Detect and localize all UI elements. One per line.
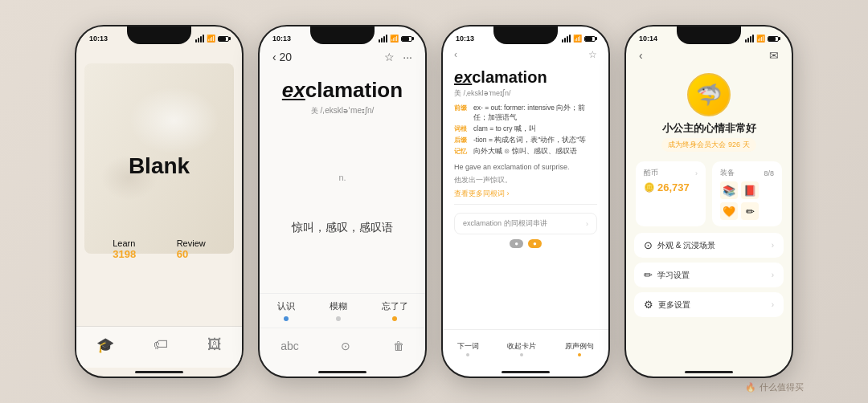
learn-label: Learn bbox=[113, 238, 136, 248]
back-button-4[interactable]: ‹ bbox=[639, 49, 643, 62]
phone1-navbar: 🎓 🏷 🖼 bbox=[76, 326, 242, 368]
phone1-stats: Learn 3198 Review 60 bbox=[76, 238, 242, 260]
learn-stat[interactable]: Learn 3198 bbox=[113, 238, 136, 260]
phone2-bottom-bar: abc ⊙ 🗑 bbox=[260, 328, 425, 368]
phonetic-2: 美 /ˌekskləˈmeɪʃn/ bbox=[311, 106, 375, 116]
more-link[interactable]: 查看更多同根词 › bbox=[454, 189, 597, 199]
dot-blue bbox=[284, 316, 289, 321]
review-label: Review bbox=[177, 238, 206, 248]
example-cn: 他发出一声惊叹。 bbox=[454, 175, 597, 186]
phone3-header: ‹ ☆ bbox=[443, 47, 608, 63]
word-rest-2: clamation bbox=[305, 78, 403, 102]
menu-study[interactable]: ✏ 学习设置 › bbox=[634, 263, 784, 287]
phone-1: 10:13 📶 Blank bbox=[75, 25, 244, 378]
equip-box[interactable]: 装备 8/8 📚 📕 🧡 ✏ bbox=[712, 161, 782, 226]
phonetic3-text: /ˌekskləˈmeɪʃn/ bbox=[464, 89, 511, 97]
word-prefix-2: ex bbox=[282, 78, 305, 102]
action-next[interactable]: 下一词 bbox=[457, 341, 479, 356]
word-cn-2: 惊叫，感叹，感叹语 bbox=[292, 218, 393, 238]
page-num: 20 bbox=[280, 51, 293, 63]
abc-icon[interactable]: abc bbox=[280, 340, 299, 352]
coin-icon: 🪙 bbox=[644, 182, 655, 193]
wifi-icon-3: 📶 bbox=[573, 35, 582, 43]
home-indicator-2 bbox=[318, 371, 366, 373]
action-forgot[interactable]: 忘了了 bbox=[382, 300, 408, 321]
similar-words-row[interactable]: exclamation 的同根词串讲 › bbox=[454, 213, 597, 234]
emoji-icon[interactable]: ⊙ bbox=[341, 340, 350, 352]
similar-arrow: › bbox=[586, 220, 588, 228]
phonetic3: 美 /ˌekskləˈmeɪʃn/ bbox=[454, 88, 597, 99]
mail-icon-4[interactable]: ✉ bbox=[769, 49, 779, 62]
menu-more-settings[interactable]: ⚙ 更多设置 › bbox=[634, 292, 784, 317]
action-audio-label: 原声例句 bbox=[565, 342, 594, 350]
menu-appearance[interactable]: ⊙ 外观 & 沉浸场景 › bbox=[634, 233, 784, 258]
word3-rest: clamation bbox=[472, 68, 547, 86]
phone2-content: exclamation 美 /ˌekskləˈmeɪʃn/ n. 惊叫，感叹，感… bbox=[260, 70, 425, 293]
region-flag-2: 美 bbox=[311, 107, 318, 115]
action-fuzzy[interactable]: 模糊 bbox=[330, 300, 347, 321]
nav-bookmark-icon[interactable]: 🏷 bbox=[154, 336, 168, 353]
etym-prefix: 前缀 ex- = out: former: intensive 向外；前任；加强… bbox=[454, 104, 597, 123]
home-indicator-1 bbox=[135, 371, 183, 373]
action-forgot-label: 忘了了 bbox=[382, 300, 408, 312]
coin-label: 酷币 bbox=[644, 168, 658, 178]
etym-root: 词根 clam = to cry 喊，叫 bbox=[454, 124, 597, 134]
action-audio[interactable]: 原声例句 bbox=[565, 341, 594, 356]
phone1-content: Blank Learn 3198 Review 60 bbox=[76, 47, 242, 326]
back-button-3[interactable]: ‹ bbox=[454, 49, 457, 60]
appearance-arrow: › bbox=[772, 241, 774, 250]
action-collapse-label: 收起卡片 bbox=[507, 342, 536, 350]
dot-btn-1: ● bbox=[510, 239, 523, 248]
home-indicator-4 bbox=[685, 371, 733, 373]
phone4-content: 🦈 小公主的心情非常好 成为终身会员大会 926 天 酷币 › 🪙 26,737 bbox=[626, 67, 792, 368]
equip-count: 8/8 bbox=[764, 169, 774, 177]
coin-box[interactable]: 酷币 › 🪙 26,737 bbox=[636, 161, 706, 226]
notch-4 bbox=[677, 26, 741, 44]
watermark: 🔥 什么值得买 bbox=[745, 381, 804, 393]
phone4-header: ‹ ✉ bbox=[626, 47, 792, 67]
battery-2 bbox=[401, 36, 412, 42]
action-next-label: 下一词 bbox=[457, 342, 479, 350]
stats-row-4: 酷币 › 🪙 26,737 装备 8/8 bbox=[626, 155, 792, 233]
dot-btn-2: ● bbox=[528, 239, 542, 248]
study-arrow: › bbox=[772, 271, 774, 279]
phone2-actions: 认识 模糊 忘了了 bbox=[260, 293, 425, 328]
battery-4 bbox=[768, 36, 779, 42]
phone-4: 10:14 📶 ‹ ✉ 🦈 bbox=[624, 25, 793, 378]
star-icon-3[interactable]: ☆ bbox=[588, 49, 597, 60]
wifi-icon-2: 📶 bbox=[390, 35, 399, 43]
review-stat[interactable]: Review 60 bbox=[177, 238, 206, 260]
watermark-icon: 🔥 bbox=[745, 382, 756, 393]
phone3-actions: 下一词 收起卡片 原声例句 bbox=[443, 329, 608, 368]
delete-icon[interactable]: 🗑 bbox=[393, 340, 404, 352]
etym-suffix: 后缀 -tion = 构成名词，表"动作，状态"等 bbox=[454, 136, 597, 145]
phone2-header: ‹ 20 ☆ ··· bbox=[260, 47, 425, 70]
action-recognize-label: 认识 bbox=[277, 300, 295, 312]
dot-orange bbox=[392, 316, 397, 321]
phone1-title: Blank bbox=[129, 153, 190, 179]
action-dots-row: ● ● bbox=[454, 239, 597, 248]
settings-label: 更多设置 bbox=[658, 299, 690, 311]
star-icon-2[interactable]: ☆ bbox=[384, 51, 395, 63]
similar-label: exclamation 的同根词串讲 bbox=[463, 218, 547, 229]
pos-2: n. bbox=[338, 173, 346, 182]
phone-3: 10:13 📶 ‹ ☆ exclamation bbox=[441, 25, 610, 378]
signal-2 bbox=[379, 35, 387, 43]
notch-1 bbox=[127, 26, 191, 44]
avatar: 🦈 bbox=[687, 73, 731, 116]
time-3: 10:13 bbox=[456, 35, 474, 43]
example-en: He gave an exclamation of surprise. bbox=[454, 162, 597, 173]
settings-icon: ⚙ bbox=[644, 299, 653, 311]
action-collapse[interactable]: 收起卡片 bbox=[507, 341, 536, 356]
etymology-section: 前缀 ex- = out: former: intensive 向外；前任；加强… bbox=[454, 104, 597, 157]
action-recognize[interactable]: 认识 bbox=[277, 300, 295, 321]
back-button-2[interactable]: ‹ 20 bbox=[272, 51, 292, 63]
equip-1: 📚 bbox=[720, 181, 738, 199]
coin-value: 26,737 bbox=[657, 181, 690, 193]
more-icon-2[interactable]: ··· bbox=[403, 51, 412, 63]
battery-1 bbox=[218, 36, 229, 42]
nav-learn-icon[interactable]: 🎓 bbox=[96, 336, 114, 354]
nav-gallery-icon[interactable]: 🖼 bbox=[207, 336, 222, 353]
coin-arrow: › bbox=[695, 169, 698, 177]
phonetic-text-2: /ˌekskləˈmeɪʃn/ bbox=[320, 106, 374, 115]
